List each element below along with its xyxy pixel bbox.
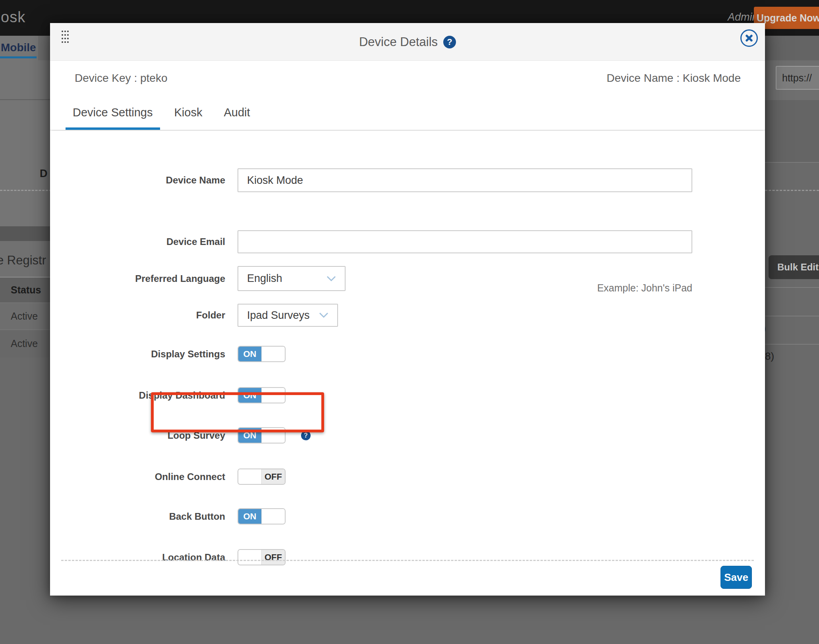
loop-survey-toggle[interactable]: ON	[238, 427, 286, 443]
device-details-modal: Device Details ? Device Key : pteko Devi…	[50, 23, 765, 596]
device-name-label: Device Name	[50, 168, 225, 192]
url-input[interactable]: https://	[776, 66, 819, 90]
back-button-toggle[interactable]: ON	[238, 508, 286, 524]
tab-audit[interactable]: Audit	[216, 95, 257, 130]
display-settings-label: Display Settings	[50, 346, 225, 362]
table-row: Active	[0, 330, 52, 357]
modal-header: Device Details ?	[50, 23, 765, 61]
location-data-toggle[interactable]: OFF	[238, 549, 286, 565]
online-connect-label: Online Connect	[50, 469, 225, 485]
footer-divider	[61, 560, 754, 561]
back-button-label: Back Button	[50, 508, 225, 524]
loop-survey-row: Loop Survey ON ?	[50, 427, 765, 443]
bulk-edit-button[interactable]: Bulk Edit	[769, 255, 819, 279]
chevron-down-icon	[326, 276, 336, 282]
loop-survey-help-icon[interactable]: ?	[301, 431, 311, 440]
page-root: osk Admin Upgrade Now Mobile D e Registr…	[0, 0, 819, 644]
save-button[interactable]: Save	[720, 566, 752, 589]
device-name-text: Device Name : Kiosk Mode	[607, 61, 741, 95]
status-column-header: Status	[0, 278, 52, 303]
folder-row: Folder Ipad Surveys	[50, 304, 765, 327]
background-dashed-divider	[0, 190, 52, 191]
device-settings-panel: Device Name Example: John's iPad Device …	[50, 131, 765, 596]
app-logo: osk	[1, 9, 25, 26]
preferred-language-label: Preferred Language	[50, 266, 225, 291]
registration-heading-fragment: e Registr	[0, 253, 46, 268]
title-help-icon[interactable]: ?	[443, 36, 456, 48]
folder-select[interactable]: Ipad Surveys	[238, 304, 338, 327]
background-left-strip: D e Registr Status Active Active	[0, 60, 52, 644]
online-connect-toggle[interactable]: OFF	[238, 469, 286, 485]
device-email-label: Device Email	[50, 230, 225, 253]
display-dashboard-toggle[interactable]: ON	[238, 387, 286, 403]
table-row: Active	[0, 303, 52, 330]
online-connect-row: Online Connect OFF	[50, 469, 765, 485]
display-dashboard-label: Display Dashboard	[50, 387, 225, 403]
modal-subheader: Device Key : pteko Device Name : Kiosk M…	[50, 61, 765, 95]
display-settings-toggle[interactable]: ON	[238, 346, 286, 362]
display-settings-row: Display Settings ON	[50, 346, 765, 362]
background-text-fragment: D	[40, 168, 48, 180]
tab-mobile[interactable]: Mobile	[0, 36, 38, 60]
back-button-row: Back Button ON	[50, 508, 765, 524]
tab-device-settings[interactable]: Device Settings	[66, 95, 160, 130]
device-key-text: Device Key : pteko	[75, 61, 167, 95]
location-data-row: Location Data OFF	[50, 549, 765, 565]
tab-kiosk[interactable]: Kiosk	[167, 95, 210, 130]
device-name-row: Device Name	[50, 168, 765, 192]
loop-survey-label: Loop Survey	[50, 427, 225, 443]
chevron-down-icon	[319, 312, 328, 318]
modal-tabs: Device Settings Kiosk Audit	[50, 95, 765, 130]
modal-title: Device Details	[359, 35, 438, 49]
device-email-row: Device Email	[50, 230, 765, 253]
location-data-label: Location Data	[50, 549, 225, 565]
preferred-language-select[interactable]: English	[238, 266, 346, 291]
device-name-field[interactable]	[238, 168, 692, 192]
background-text-fragment: 8)	[765, 350, 774, 362]
tab-mobile-underline	[0, 56, 37, 58]
background-text-fragment: )	[765, 322, 766, 335]
preferred-language-row: Preferred Language English	[50, 266, 765, 291]
folder-label: Folder	[50, 304, 225, 327]
background-right-strip: https:// Bulk Edit ) 8)	[765, 36, 819, 644]
close-icon[interactable]	[740, 29, 758, 47]
display-dashboard-row: Display Dashboard ON	[50, 387, 765, 403]
device-email-field[interactable]	[238, 230, 692, 253]
